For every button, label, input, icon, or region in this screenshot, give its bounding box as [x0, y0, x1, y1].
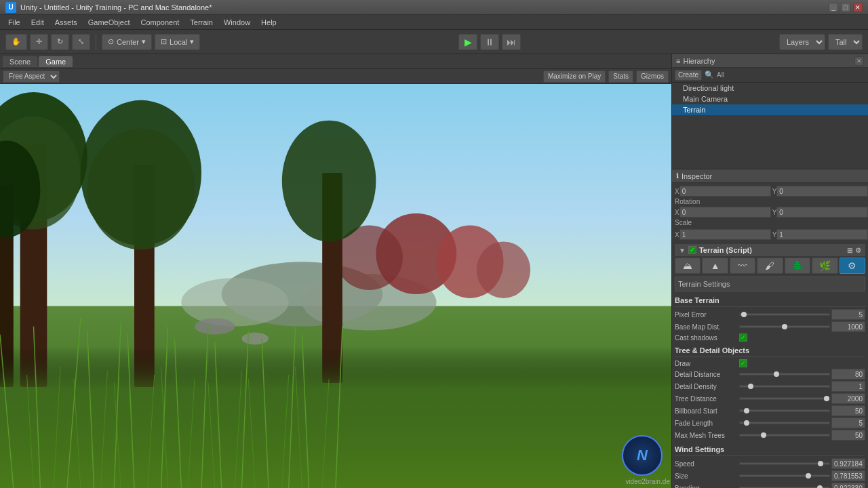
- minimize-btn[interactable]: _: [829, 3, 838, 12]
- fade-length-value[interactable]: [831, 418, 865, 428]
- speed-label: Speed: [675, 460, 739, 468]
- step-btn[interactable]: ⏭: [502, 34, 521, 50]
- menu-file[interactable]: File: [3, 17, 26, 28]
- base-map-dist-label: Base Map Dist.: [675, 323, 739, 331]
- draw-checkbox[interactable]: ✓: [739, 359, 747, 367]
- pos-x-field[interactable]: [679, 186, 771, 197]
- paint-details-btn[interactable]: 🌿: [812, 258, 837, 274]
- max-mesh-trees-value[interactable]: [831, 430, 865, 441]
- place-trees-btn[interactable]: 🌲: [785, 258, 810, 274]
- menu-component[interactable]: Component: [135, 17, 184, 28]
- play-btn[interactable]: ▶: [458, 34, 477, 50]
- pivot-icon: ⊙: [108, 37, 114, 46]
- maximize-on-play-btn[interactable]: Maximize on Play: [543, 70, 606, 83]
- menu-assets[interactable]: Assets: [50, 17, 83, 28]
- max-mesh-trees-row: Max Mesh Trees: [675, 430, 865, 441]
- pause-btn[interactable]: ⏸: [480, 34, 499, 50]
- terrain-script-header[interactable]: ▼ ✓ Terrain (Script) ⊞ ⚙: [675, 244, 865, 256]
- menu-edit[interactable]: Edit: [26, 17, 50, 28]
- detail-distance-value[interactable]: [831, 369, 865, 380]
- max-mesh-trees-label: Max Mesh Trees: [675, 432, 739, 439]
- checkbox-terrain[interactable]: ✓: [688, 246, 696, 254]
- paint-texture-btn[interactable]: 🖌: [757, 258, 783, 274]
- viewport-tabs: Scene Game: [0, 54, 671, 69]
- inspector-panel: ℹ Inspector X Y Z Rotation X: [672, 169, 868, 488]
- tree-distance-value[interactable]: [831, 393, 865, 404]
- scale-tool-btn[interactable]: ⤡: [72, 34, 90, 50]
- scene-render: [0, 84, 671, 488]
- hierarchy-item-main-camera[interactable]: Main Camera: [672, 94, 868, 104]
- paint-height-btn[interactable]: ▲: [702, 258, 728, 274]
- cast-shadows-checkbox[interactable]: ✓: [739, 333, 747, 342]
- smooth-btn[interactable]: 〰: [730, 258, 755, 274]
- scale-y-field[interactable]: [776, 229, 868, 240]
- space-dropdown[interactable]: ⊡ Local ▾: [155, 34, 200, 50]
- pivot-dropdown[interactable]: ⊙ Center ▾: [102, 34, 152, 50]
- viewport-canvas[interactable]: N video2brain.de: [0, 84, 671, 488]
- base-map-dist-slider[interactable]: [739, 325, 830, 328]
- detail-density-slider[interactable]: [739, 385, 830, 388]
- tree-distance-slider[interactable]: [739, 397, 830, 400]
- hand-tool-btn[interactable]: ✋: [5, 34, 27, 50]
- size-value[interactable]: [831, 470, 865, 481]
- terrain-gear-icon: ⚙: [855, 247, 861, 254]
- max-mesh-trees-slider-container: [739, 430, 865, 441]
- hierarchy-item-terrain[interactable]: Terrain: [672, 104, 868, 115]
- layout-dropdown[interactable]: Tall: [828, 34, 863, 50]
- inspector-body: X Y Z Rotation X Y Z: [672, 183, 868, 488]
- layers-dropdown[interactable]: Layers: [779, 34, 825, 50]
- gizmos-btn[interactable]: Gizmos: [636, 70, 669, 83]
- menu-help[interactable]: Help: [256, 17, 282, 28]
- speed-slider[interactable]: [739, 462, 830, 465]
- billboard-start-slider-container: [739, 405, 865, 416]
- detail-density-value[interactable]: [831, 381, 865, 392]
- game-tab[interactable]: Game: [39, 56, 73, 67]
- maximize-btn[interactable]: □: [841, 3, 850, 12]
- aspect-dropdown[interactable]: Free Aspect: [3, 70, 60, 83]
- size-slider[interactable]: [739, 474, 830, 477]
- terrain-script-title: Terrain (Script): [699, 246, 847, 254]
- base-map-dist-value[interactable]: [831, 321, 865, 332]
- rotation-row: Rotation: [675, 198, 865, 205]
- pixel-error-value[interactable]: [831, 309, 865, 320]
- terrain-settings-btn[interactable]: ⚙: [840, 258, 865, 274]
- collapse-arrow: ▼: [679, 247, 686, 254]
- menu-terrain[interactable]: Terrain: [184, 17, 218, 28]
- billboard-start-slider[interactable]: [739, 409, 830, 412]
- size-label: Size: [675, 472, 739, 480]
- base-terrain-title: Base Terrain: [675, 294, 865, 307]
- max-mesh-trees-slider[interactable]: [739, 434, 830, 436]
- move-tool-btn[interactable]: ✛: [30, 34, 48, 50]
- scene-tab[interactable]: Scene: [3, 56, 37, 67]
- scale-x-field[interactable]: [679, 229, 771, 240]
- close-btn[interactable]: ✕: [853, 3, 863, 12]
- hierarchy-list: Directional light Main Camera Terrain: [672, 83, 868, 169]
- raise-lower-btn[interactable]: ⛰: [675, 258, 701, 274]
- nv-logo: N: [622, 435, 663, 476]
- detail-density-slider-container: [739, 381, 865, 392]
- billboard-start-label: Billboard Start: [675, 407, 739, 415]
- rot-x-field[interactable]: [679, 207, 771, 218]
- detail-distance-slider[interactable]: [739, 373, 830, 375]
- menu-gameobject[interactable]: GameObject: [83, 17, 136, 28]
- terrain-expand-icon: ⊞: [847, 247, 852, 254]
- main-area: Scene Game Free Aspect Maximize on Play …: [0, 54, 868, 488]
- base-map-dist-row: Base Map Dist.: [675, 321, 865, 332]
- rot-y-field[interactable]: [776, 207, 868, 218]
- viewport-controls: Free Aspect Maximize on Play Stats Gizmo…: [0, 69, 671, 84]
- hierarchy-close-btn[interactable]: ✕: [854, 56, 864, 66]
- fade-length-slider[interactable]: [739, 422, 830, 424]
- menu-window[interactable]: Window: [218, 17, 256, 28]
- bending-value[interactable]: [831, 483, 865, 488]
- billboard-start-value[interactable]: [831, 405, 865, 416]
- scale-label: Scale: [675, 219, 692, 226]
- stats-btn[interactable]: Stats: [608, 70, 633, 83]
- hierarchy-item-directional-light[interactable]: Directional light: [672, 83, 868, 94]
- detail-distance-slider-container: [739, 369, 865, 380]
- rotate-tool-btn[interactable]: ↻: [51, 34, 69, 50]
- speed-value[interactable]: [831, 458, 865, 469]
- hierarchy-create-btn[interactable]: Create: [675, 70, 702, 81]
- detail-distance-row: Detail Distance: [675, 369, 865, 380]
- pos-y-field[interactable]: [776, 186, 868, 197]
- pixel-error-slider[interactable]: [739, 313, 830, 316]
